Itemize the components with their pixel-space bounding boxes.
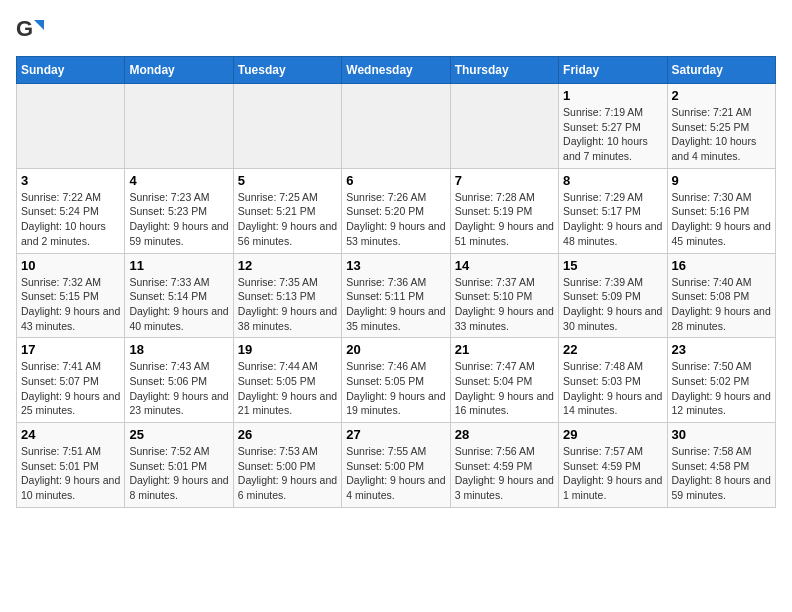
weekday-header-wednesday: Wednesday	[342, 57, 450, 84]
logo-icon: G	[16, 16, 44, 44]
svg-marker-1	[34, 20, 44, 30]
calendar: SundayMondayTuesdayWednesdayThursdayFrid…	[16, 56, 776, 508]
day-info: Sunrise: 7:47 AM Sunset: 5:04 PM Dayligh…	[455, 359, 554, 418]
calendar-day: 25Sunrise: 7:52 AM Sunset: 5:01 PM Dayli…	[125, 423, 233, 508]
day-number: 2	[672, 88, 771, 103]
day-number: 15	[563, 258, 662, 273]
calendar-day: 7Sunrise: 7:28 AM Sunset: 5:19 PM Daylig…	[450, 168, 558, 253]
weekday-header-saturday: Saturday	[667, 57, 775, 84]
day-number: 29	[563, 427, 662, 442]
page-header: G	[16, 16, 776, 44]
calendar-day: 8Sunrise: 7:29 AM Sunset: 5:17 PM Daylig…	[559, 168, 667, 253]
calendar-week-5: 24Sunrise: 7:51 AM Sunset: 5:01 PM Dayli…	[17, 423, 776, 508]
calendar-week-3: 10Sunrise: 7:32 AM Sunset: 5:15 PM Dayli…	[17, 253, 776, 338]
day-info: Sunrise: 7:28 AM Sunset: 5:19 PM Dayligh…	[455, 190, 554, 249]
day-number: 14	[455, 258, 554, 273]
day-info: Sunrise: 7:43 AM Sunset: 5:06 PM Dayligh…	[129, 359, 228, 418]
calendar-day: 5Sunrise: 7:25 AM Sunset: 5:21 PM Daylig…	[233, 168, 341, 253]
svg-text:G: G	[16, 16, 33, 41]
calendar-day: 24Sunrise: 7:51 AM Sunset: 5:01 PM Dayli…	[17, 423, 125, 508]
day-info: Sunrise: 7:22 AM Sunset: 5:24 PM Dayligh…	[21, 190, 120, 249]
day-info: Sunrise: 7:35 AM Sunset: 5:13 PM Dayligh…	[238, 275, 337, 334]
calendar-day: 12Sunrise: 7:35 AM Sunset: 5:13 PM Dayli…	[233, 253, 341, 338]
day-info: Sunrise: 7:51 AM Sunset: 5:01 PM Dayligh…	[21, 444, 120, 503]
day-info: Sunrise: 7:23 AM Sunset: 5:23 PM Dayligh…	[129, 190, 228, 249]
calendar-day: 10Sunrise: 7:32 AM Sunset: 5:15 PM Dayli…	[17, 253, 125, 338]
day-info: Sunrise: 7:46 AM Sunset: 5:05 PM Dayligh…	[346, 359, 445, 418]
calendar-day: 11Sunrise: 7:33 AM Sunset: 5:14 PM Dayli…	[125, 253, 233, 338]
calendar-day	[233, 84, 341, 169]
day-info: Sunrise: 7:29 AM Sunset: 5:17 PM Dayligh…	[563, 190, 662, 249]
logo: G	[16, 16, 48, 44]
day-number: 17	[21, 342, 120, 357]
day-info: Sunrise: 7:39 AM Sunset: 5:09 PM Dayligh…	[563, 275, 662, 334]
day-info: Sunrise: 7:57 AM Sunset: 4:59 PM Dayligh…	[563, 444, 662, 503]
calendar-day: 18Sunrise: 7:43 AM Sunset: 5:06 PM Dayli…	[125, 338, 233, 423]
calendar-day: 28Sunrise: 7:56 AM Sunset: 4:59 PM Dayli…	[450, 423, 558, 508]
day-number: 24	[21, 427, 120, 442]
calendar-day: 15Sunrise: 7:39 AM Sunset: 5:09 PM Dayli…	[559, 253, 667, 338]
weekday-header-tuesday: Tuesday	[233, 57, 341, 84]
calendar-day: 30Sunrise: 7:58 AM Sunset: 4:58 PM Dayli…	[667, 423, 775, 508]
day-number: 12	[238, 258, 337, 273]
day-number: 1	[563, 88, 662, 103]
day-number: 16	[672, 258, 771, 273]
day-number: 18	[129, 342, 228, 357]
calendar-day	[450, 84, 558, 169]
weekday-header-friday: Friday	[559, 57, 667, 84]
day-info: Sunrise: 7:25 AM Sunset: 5:21 PM Dayligh…	[238, 190, 337, 249]
day-info: Sunrise: 7:26 AM Sunset: 5:20 PM Dayligh…	[346, 190, 445, 249]
day-info: Sunrise: 7:55 AM Sunset: 5:00 PM Dayligh…	[346, 444, 445, 503]
day-number: 7	[455, 173, 554, 188]
day-info: Sunrise: 7:30 AM Sunset: 5:16 PM Dayligh…	[672, 190, 771, 249]
day-info: Sunrise: 7:40 AM Sunset: 5:08 PM Dayligh…	[672, 275, 771, 334]
calendar-day: 3Sunrise: 7:22 AM Sunset: 5:24 PM Daylig…	[17, 168, 125, 253]
calendar-day: 19Sunrise: 7:44 AM Sunset: 5:05 PM Dayli…	[233, 338, 341, 423]
calendar-day: 14Sunrise: 7:37 AM Sunset: 5:10 PM Dayli…	[450, 253, 558, 338]
day-number: 22	[563, 342, 662, 357]
day-number: 5	[238, 173, 337, 188]
day-number: 9	[672, 173, 771, 188]
day-number: 25	[129, 427, 228, 442]
day-info: Sunrise: 7:21 AM Sunset: 5:25 PM Dayligh…	[672, 105, 771, 164]
calendar-day: 27Sunrise: 7:55 AM Sunset: 5:00 PM Dayli…	[342, 423, 450, 508]
calendar-day: 20Sunrise: 7:46 AM Sunset: 5:05 PM Dayli…	[342, 338, 450, 423]
day-info: Sunrise: 7:52 AM Sunset: 5:01 PM Dayligh…	[129, 444, 228, 503]
calendar-day: 29Sunrise: 7:57 AM Sunset: 4:59 PM Dayli…	[559, 423, 667, 508]
calendar-day: 9Sunrise: 7:30 AM Sunset: 5:16 PM Daylig…	[667, 168, 775, 253]
calendar-day: 13Sunrise: 7:36 AM Sunset: 5:11 PM Dayli…	[342, 253, 450, 338]
calendar-day: 4Sunrise: 7:23 AM Sunset: 5:23 PM Daylig…	[125, 168, 233, 253]
calendar-header: SundayMondayTuesdayWednesdayThursdayFrid…	[17, 57, 776, 84]
day-number: 19	[238, 342, 337, 357]
day-number: 27	[346, 427, 445, 442]
day-number: 3	[21, 173, 120, 188]
weekday-header-sunday: Sunday	[17, 57, 125, 84]
day-number: 4	[129, 173, 228, 188]
calendar-day: 17Sunrise: 7:41 AM Sunset: 5:07 PM Dayli…	[17, 338, 125, 423]
calendar-day: 21Sunrise: 7:47 AM Sunset: 5:04 PM Dayli…	[450, 338, 558, 423]
calendar-day	[17, 84, 125, 169]
day-info: Sunrise: 7:44 AM Sunset: 5:05 PM Dayligh…	[238, 359, 337, 418]
calendar-day: 23Sunrise: 7:50 AM Sunset: 5:02 PM Dayli…	[667, 338, 775, 423]
day-info: Sunrise: 7:37 AM Sunset: 5:10 PM Dayligh…	[455, 275, 554, 334]
day-number: 13	[346, 258, 445, 273]
day-info: Sunrise: 7:48 AM Sunset: 5:03 PM Dayligh…	[563, 359, 662, 418]
day-info: Sunrise: 7:58 AM Sunset: 4:58 PM Dayligh…	[672, 444, 771, 503]
day-number: 8	[563, 173, 662, 188]
calendar-day: 2Sunrise: 7:21 AM Sunset: 5:25 PM Daylig…	[667, 84, 775, 169]
weekday-header-thursday: Thursday	[450, 57, 558, 84]
day-info: Sunrise: 7:36 AM Sunset: 5:11 PM Dayligh…	[346, 275, 445, 334]
calendar-day	[342, 84, 450, 169]
day-info: Sunrise: 7:56 AM Sunset: 4:59 PM Dayligh…	[455, 444, 554, 503]
day-number: 26	[238, 427, 337, 442]
calendar-week-2: 3Sunrise: 7:22 AM Sunset: 5:24 PM Daylig…	[17, 168, 776, 253]
day-number: 6	[346, 173, 445, 188]
day-number: 10	[21, 258, 120, 273]
calendar-day: 16Sunrise: 7:40 AM Sunset: 5:08 PM Dayli…	[667, 253, 775, 338]
calendar-day: 26Sunrise: 7:53 AM Sunset: 5:00 PM Dayli…	[233, 423, 341, 508]
day-number: 30	[672, 427, 771, 442]
day-number: 20	[346, 342, 445, 357]
day-info: Sunrise: 7:41 AM Sunset: 5:07 PM Dayligh…	[21, 359, 120, 418]
day-info: Sunrise: 7:53 AM Sunset: 5:00 PM Dayligh…	[238, 444, 337, 503]
day-info: Sunrise: 7:33 AM Sunset: 5:14 PM Dayligh…	[129, 275, 228, 334]
